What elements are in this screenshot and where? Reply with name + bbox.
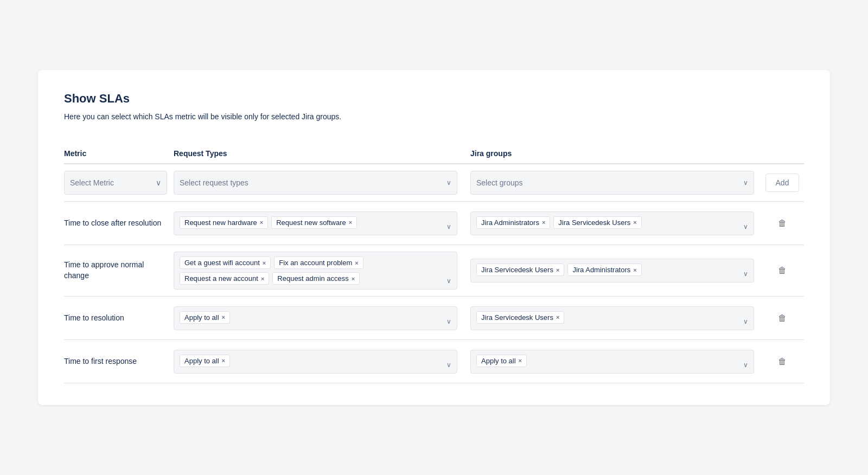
group-tag-close-icon[interactable]: × <box>633 267 636 273</box>
groups-dropdown-row4[interactable]: Apply to all ×∨ <box>470 350 754 374</box>
groups-select-cell: Select groups ∨ <box>464 171 761 195</box>
request-type-tag: Request a new account × <box>180 272 269 285</box>
delete-button[interactable]: 🗑 <box>776 264 789 278</box>
trash-icon: 🗑 <box>778 219 787 228</box>
request-type-tag: Request admin access × <box>272 272 360 285</box>
group-tag-close-icon[interactable]: × <box>542 219 545 226</box>
metric-select-cell: Select Metric ∨ <box>64 171 167 195</box>
request-type-chevron-icon: ∨ <box>446 318 451 325</box>
groups-cell-row3: Jira Servicedesk Users ×∨ <box>464 306 761 330</box>
col-metric: Metric <box>64 149 167 158</box>
delete-cell-row4: 🗑 <box>761 355 804 369</box>
group-tag: Jira Servicedesk Users × <box>476 311 564 324</box>
table-row: Time to resolutionApply to all ×∨Jira Se… <box>64 297 804 340</box>
groups-chevron-icon: ∨ <box>743 318 748 325</box>
tag-close-icon[interactable]: × <box>349 219 352 226</box>
request-type-dropdown-row2[interactable]: Get a guest wifi account ×Fix an account… <box>174 252 457 290</box>
delete-cell-row3: 🗑 <box>761 311 804 325</box>
request-type-tag: Get a guest wifi account × <box>180 256 271 269</box>
col-request-types: Request Types <box>167 149 464 158</box>
metric-chevron-icon: ∨ <box>156 178 161 187</box>
main-card: Show SLAs Here you can select which SLAs… <box>38 70 830 405</box>
tag-close-icon[interactable]: × <box>222 357 225 364</box>
request-type-cell-row1: Request new hardware ×Request new softwa… <box>167 211 464 235</box>
metric-select-placeholder: Select Metric <box>70 178 114 187</box>
metric-row1: Time to close after resolution <box>64 218 167 229</box>
tag-close-icon[interactable]: × <box>355 260 358 266</box>
select-row: Select Metric ∨ Select request types ∨ S… <box>64 164 804 202</box>
metric-row3: Time to resolution <box>64 313 167 324</box>
request-type-select-cell: Select request types ∨ <box>167 171 464 195</box>
groups-select-dropdown[interactable]: Select groups ∨ <box>470 171 754 195</box>
request-type-chevron-icon: ∨ <box>446 223 451 230</box>
groups-cell-row4: Apply to all ×∨ <box>464 350 761 374</box>
groups-chevron-icon: ∨ <box>743 361 748 369</box>
delete-button[interactable]: 🗑 <box>776 216 789 230</box>
groups-chevron-icon: ∨ <box>743 179 748 187</box>
request-type-cell-row2: Get a guest wifi account ×Fix an account… <box>167 252 464 290</box>
group-tag-close-icon[interactable]: × <box>556 314 559 320</box>
request-type-chevron-icon: ∨ <box>446 179 451 187</box>
metric-row4: Time to first response <box>64 356 167 367</box>
group-tag-close-icon[interactable]: × <box>556 267 559 273</box>
tag-close-icon[interactable]: × <box>261 275 264 282</box>
groups-dropdown-row1[interactable]: Jira Administrators ×Jira Servicedesk Us… <box>470 211 754 235</box>
add-button-cell: Add <box>761 174 804 192</box>
request-type-tag: Apply to all × <box>180 355 230 367</box>
group-tag: Jira Servicedesk Users × <box>476 264 564 276</box>
request-type-tag: Apply to all × <box>180 311 230 324</box>
request-type-tag: Request new software × <box>271 216 357 229</box>
group-tag: Jira Servicedesk Users × <box>553 216 641 229</box>
tag-close-icon[interactable]: × <box>222 314 225 320</box>
groups-chevron-icon: ∨ <box>743 270 748 278</box>
delete-button[interactable]: 🗑 <box>776 355 789 369</box>
request-type-chevron-icon: ∨ <box>446 277 451 285</box>
metric-select-dropdown[interactable]: Select Metric ∨ <box>64 171 167 195</box>
group-tag-close-icon[interactable]: × <box>633 219 636 226</box>
group-tag: Apply to all × <box>476 355 527 367</box>
trash-icon: 🗑 <box>778 266 787 275</box>
tag-close-icon[interactable]: × <box>352 275 355 282</box>
table-row: Time to approve normal changeGet a guest… <box>64 245 804 297</box>
request-type-tag: Request new hardware × <box>180 216 268 229</box>
groups-placeholder: Select groups <box>476 178 740 187</box>
add-button[interactable]: Add <box>765 174 800 192</box>
request-type-dropdown-row3[interactable]: Apply to all ×∨ <box>174 306 457 330</box>
tag-close-icon[interactable]: × <box>260 219 263 226</box>
request-type-placeholder: Select request types <box>180 178 443 187</box>
groups-dropdown-row2[interactable]: Jira Servicedesk Users ×Jira Administrat… <box>470 259 754 283</box>
request-type-cell-row4: Apply to all ×∨ <box>167 350 464 374</box>
request-type-select-dropdown[interactable]: Select request types ∨ <box>174 171 457 195</box>
tag-close-icon[interactable]: × <box>263 260 266 266</box>
group-tag-close-icon[interactable]: × <box>519 357 522 364</box>
delete-cell-row1: 🗑 <box>761 216 804 230</box>
group-tag: Jira Administrators × <box>476 216 550 229</box>
request-type-chevron-icon: ∨ <box>446 361 451 369</box>
page-title: Show SLAs <box>64 92 804 106</box>
groups-cell-row2: Jira Servicedesk Users ×Jira Administrat… <box>464 259 761 283</box>
delete-cell-row2: 🗑 <box>761 264 804 278</box>
groups-chevron-icon: ∨ <box>743 223 748 230</box>
groups-cell-row1: Jira Administrators ×Jira Servicedesk Us… <box>464 211 761 235</box>
request-type-dropdown-row1[interactable]: Request new hardware ×Request new softwa… <box>174 211 457 235</box>
request-type-cell-row3: Apply to all ×∨ <box>167 306 464 330</box>
table-header: Metric Request Types Jira groups <box>64 140 804 164</box>
table-row: Time to first responseApply to all ×∨App… <box>64 340 804 383</box>
delete-button[interactable]: 🗑 <box>776 311 789 325</box>
metric-row2: Time to approve normal change <box>64 260 167 281</box>
trash-icon: 🗑 <box>778 313 787 323</box>
page-subtitle: Here you can select which SLAs metric wi… <box>64 112 804 121</box>
request-type-dropdown-row4[interactable]: Apply to all ×∨ <box>174 350 457 374</box>
sla-table: Metric Request Types Jira groups Select … <box>64 140 804 383</box>
groups-dropdown-row3[interactable]: Jira Servicedesk Users ×∨ <box>470 306 754 330</box>
data-rows: Time to close after resolutionRequest ne… <box>64 202 804 383</box>
table-row: Time to close after resolutionRequest ne… <box>64 202 804 245</box>
request-type-tag: Fix an account problem × <box>274 256 363 269</box>
trash-icon: 🗑 <box>778 357 787 366</box>
group-tag: Jira Administrators × <box>567 264 641 276</box>
col-jira-groups: Jira groups <box>464 149 761 158</box>
